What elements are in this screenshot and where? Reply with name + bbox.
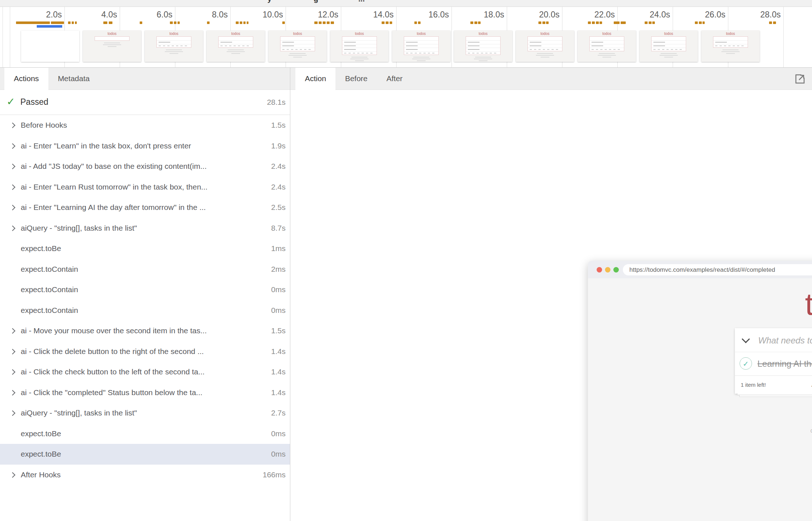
timeline[interactable]: 2.0s4.0s6.0s8.0s10.0s12.0s14.0s16.0s18.0… (0, 7, 812, 68)
filmstrip-thumbnail[interactable]: todos (83, 31, 141, 62)
todo-item[interactable]: ✓ Learning AI the day after tomorrow (735, 352, 812, 375)
expand-chevron-icon[interactable] (10, 349, 16, 354)
action-row[interactable]: ai - Click the "completed" Status button… (0, 382, 290, 403)
action-label: expect.toContain (21, 300, 254, 321)
filmstrip-thumbnail[interactable]: todos (640, 31, 698, 62)
expand-chevron-icon[interactable] (10, 472, 16, 478)
action-row[interactable]: aiQuery - "string[], tasks in the list"8… (0, 218, 290, 239)
thumbnail-input-row (404, 37, 438, 40)
thumbnail-info-line (170, 53, 178, 54)
filmstrip-thumbnail[interactable]: todos (454, 31, 512, 62)
action-row[interactable]: ai - Enter "Learn Rust tomorrow" in the … (0, 177, 290, 198)
thumbnail-info-lines (640, 53, 698, 57)
todo-completed-check-icon[interactable]: ✓ (740, 357, 752, 370)
timeline-tick-label: 20.0s (539, 10, 560, 20)
action-row[interactable]: ai - Click the check button to the left … (0, 362, 290, 382)
timeline-action-bar (51, 21, 64, 24)
filmstrip-thumbnail[interactable]: todos (392, 31, 450, 62)
expand-chevron-icon[interactable] (10, 123, 16, 128)
tab-actions[interactable]: Actions (4, 68, 48, 90)
action-duration: 2.5s (271, 197, 286, 218)
thumbnail-todos-title: todos (516, 32, 574, 36)
traffic-light-zoom[interactable] (613, 267, 619, 273)
filmstrip-thumbnail[interactable]: todos (268, 31, 327, 62)
thumbnail-info-lines (330, 57, 389, 61)
filter-all[interactable]: All (808, 380, 812, 390)
timeline-action-bar (414, 21, 417, 24)
timeline-tick-label: 6.0s (157, 10, 172, 20)
tab-action[interactable]: Action (295, 68, 335, 90)
action-row[interactable]: expect.toContain0ms (0, 300, 290, 321)
filmstrip-thumbnail[interactable]: todos (578, 31, 636, 62)
address-bar[interactable]: https://todomvc.com/examples/react/dist/… (623, 264, 812, 275)
thumbnail-info-lines (578, 53, 636, 57)
thumbnail-info-line (412, 59, 430, 59)
action-row[interactable]: After Hooks166ms (0, 465, 290, 485)
expand-chevron-icon[interactable] (10, 184, 16, 190)
filmstrip-thumbnail[interactable]: todos (330, 31, 389, 62)
action-row[interactable]: ai - Enter "Learning AI the day after to… (0, 197, 290, 218)
expand-chevron-icon[interactable] (10, 225, 16, 231)
action-row[interactable]: ai - Add "JS today" to base on the exist… (0, 156, 290, 177)
action-label: aiQuery - "string[], tasks in the list" (21, 218, 254, 239)
expand-chevron-icon[interactable] (10, 369, 16, 375)
traffic-light-close[interactable] (597, 267, 602, 273)
thumbnail-info-line (227, 51, 245, 52)
expand-chevron-icon[interactable] (10, 328, 16, 334)
test-status-row[interactable]: ✓ Passed 28.1s (0, 90, 290, 115)
action-row[interactable]: expect.toBe0ms (0, 423, 290, 444)
timeline-action-bar (103, 21, 107, 24)
timeline-selected-action-bar (37, 25, 62, 28)
expand-chevron-icon[interactable] (10, 164, 16, 170)
thumbnail-todo-card (713, 36, 748, 48)
timeline-action-bar (600, 21, 602, 24)
expand-chevron-icon[interactable] (10, 410, 16, 416)
action-row[interactable]: ai - Click the delete button to the righ… (0, 341, 290, 362)
action-label: ai - Click the check button to the left … (21, 362, 254, 382)
open-in-new-window-icon[interactable] (795, 73, 805, 84)
action-duration: 1.9s (271, 136, 286, 156)
thumbnail-info-line (413, 57, 429, 57)
traffic-light-minimize[interactable] (605, 267, 610, 273)
tab-before[interactable]: Before (335, 68, 377, 90)
action-duration: 1ms (271, 238, 286, 259)
new-todo-input[interactable] (757, 328, 812, 353)
filmstrip-thumbnail[interactable] (21, 31, 79, 62)
timeline-action-bar (282, 21, 285, 24)
action-row[interactable]: Before Hooks1.5s (0, 115, 290, 136)
timeline-action-bar (382, 21, 385, 24)
timeline-action-bar (314, 21, 318, 24)
filmstrip-thumbnail[interactable]: todos (207, 31, 265, 62)
timeline-tick-label: 14.0s (373, 10, 394, 20)
action-row[interactable]: expect.toBe1ms (0, 238, 290, 259)
expand-chevron-icon[interactable] (10, 143, 16, 149)
action-label: expect.toContain (21, 279, 254, 300)
timeline-tick-label: 8.0s (212, 10, 228, 20)
expand-chevron-icon[interactable] (10, 390, 16, 395)
tab-metadata[interactable]: Metadata (48, 68, 99, 90)
timeline-gridline (3, 7, 3, 67)
left-panel-tabbar: ActionsMetadata (0, 68, 290, 90)
tab-after[interactable]: After (377, 68, 412, 90)
timeline-action-bar (588, 21, 591, 24)
action-row[interactable]: expect.toContain0ms (0, 279, 290, 300)
action-row[interactable]: ai - Move your mouse over the second ite… (0, 321, 290, 341)
filmstrip-thumbnail[interactable]: todos (145, 31, 203, 62)
action-row[interactable]: aiQuery - "string[], tasks in the list"2… (0, 403, 290, 423)
thumbnail-input-row (342, 37, 377, 40)
expand-chevron-icon[interactable] (10, 205, 16, 211)
thumbnail-todo-item (342, 48, 377, 51)
timeline-tick-label: 22.0s (594, 10, 615, 20)
timeline-gridline (10, 7, 10, 67)
timeline-tick-label: 4.0s (102, 10, 117, 20)
filmstrip-thumbnail[interactable]: todos (516, 31, 574, 62)
action-row[interactable]: expect.toBe0ms (0, 444, 290, 465)
action-row[interactable]: ai - Enter "Learn" in the task box, don'… (0, 136, 290, 156)
filmstrip-thumbnail[interactable]: todos (701, 31, 760, 62)
action-label: expect.toContain (21, 259, 254, 280)
thumbnail-todo-item (280, 44, 315, 48)
timeline-action-bar (243, 21, 246, 24)
thumbnail-todo-card (342, 36, 377, 55)
action-row[interactable]: expect.toContain2ms (0, 259, 290, 280)
toggle-all-chevron-icon[interactable] (742, 335, 750, 343)
